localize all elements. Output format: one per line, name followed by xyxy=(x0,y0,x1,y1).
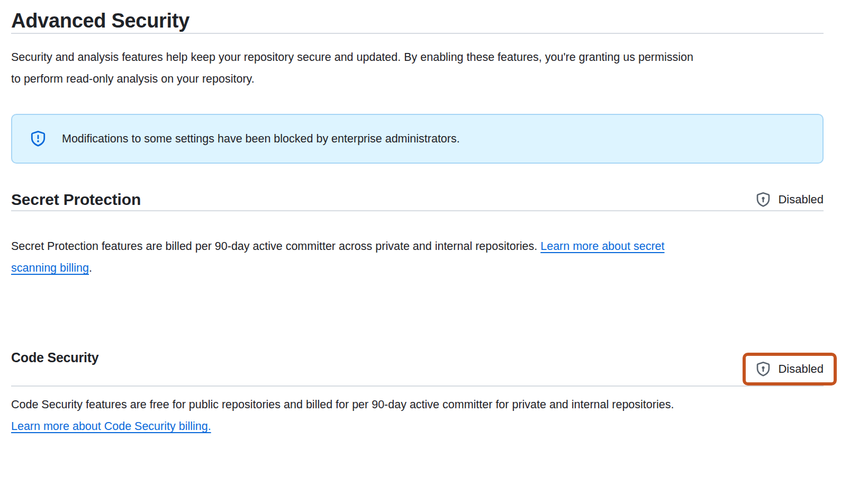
title-divider xyxy=(11,33,824,34)
code-security-description: Code Security features are free for publ… xyxy=(11,394,704,437)
shield-alert-icon xyxy=(30,131,46,147)
banner-message: Modifications to some settings have been… xyxy=(62,131,460,147)
code-security-billing-link[interactable]: Learn more about Code Security billing. xyxy=(11,420,211,433)
code-security-status-label: Disabled xyxy=(778,362,824,376)
secret-protection-status-label: Disabled xyxy=(778,193,824,207)
secret-protection-description-text: Secret Protection features are billed pe… xyxy=(11,240,540,253)
secret-protection-divider xyxy=(11,210,824,211)
code-security-status-badge: Disabled xyxy=(756,362,824,377)
page-description: Security and analysis features help keep… xyxy=(11,47,699,90)
code-security-description-text: Code Security features are free for publ… xyxy=(11,398,674,411)
shield-lock-icon xyxy=(756,192,771,207)
code-security-divider xyxy=(11,386,824,387)
code-security-heading: Code Security xyxy=(11,349,99,365)
secret-protection-status-badge: Disabled xyxy=(756,192,824,207)
secret-protection-description: Secret Protection features are billed pe… xyxy=(11,236,704,279)
page-title: Advanced Security xyxy=(11,8,824,33)
secret-protection-heading: Secret Protection xyxy=(11,189,141,210)
advanced-security-settings-page: Advanced Security Security and analysis … xyxy=(0,0,868,437)
code-security-status-highlight-annotation: Disabled xyxy=(743,353,837,386)
code-security-header: Code Security Disabled xyxy=(11,349,824,386)
enterprise-policy-banner: Modifications to some settings have been… xyxy=(11,114,824,164)
secret-protection-header: Secret Protection Disabled xyxy=(11,189,824,210)
shield-lock-icon xyxy=(756,362,771,377)
code-security-section: Code Security Disabled Code Security fea… xyxy=(11,349,824,437)
secret-protection-description-period: . xyxy=(89,262,92,274)
secret-protection-section: Secret Protection Disabled Secret Protec… xyxy=(11,189,824,279)
